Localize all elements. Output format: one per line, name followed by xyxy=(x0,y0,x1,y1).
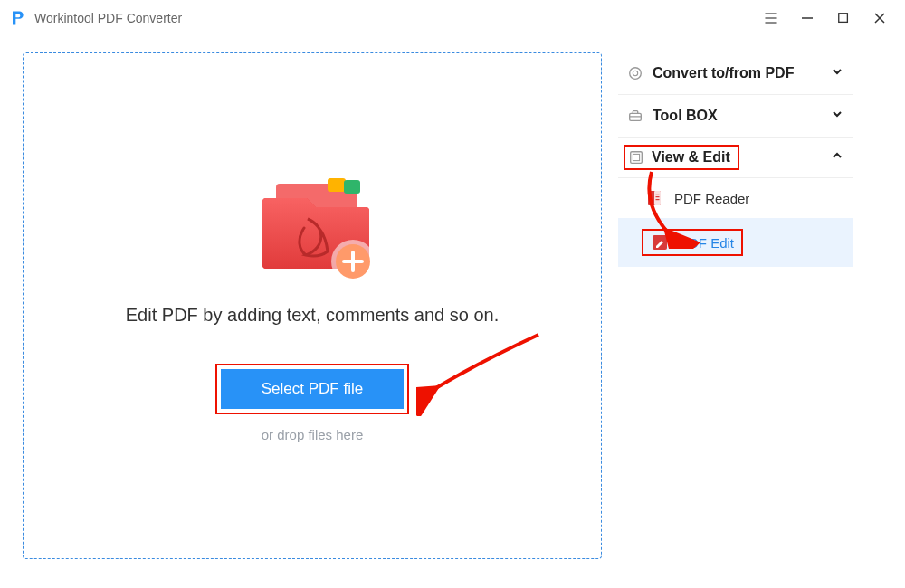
sidebar-item-toolbox[interactable]: Tool BOX xyxy=(618,95,853,138)
sidebar-item-convert[interactable]: Convert to/from PDF xyxy=(618,52,853,95)
sidebar-label-toolbox: Tool BOX xyxy=(653,108,821,124)
pdf-edit-icon xyxy=(651,233,669,251)
svg-rect-12 xyxy=(656,194,660,194)
pdf-reader-icon xyxy=(645,189,663,207)
select-pdf-file-button[interactable]: Select PDF file xyxy=(221,369,404,409)
dropzone[interactable]: Edit PDF by adding text, comments and so… xyxy=(23,52,602,559)
convert-icon xyxy=(627,65,643,81)
sidebar-sublabel-pdf-reader: PDF Reader xyxy=(674,191,749,206)
chevron-down-icon xyxy=(830,107,844,125)
svg-rect-11 xyxy=(654,191,661,205)
svg-rect-14 xyxy=(656,199,660,200)
menu-icon[interactable] xyxy=(764,11,778,25)
svg-rect-8 xyxy=(631,152,643,164)
titlebar: Workintool PDF Converter xyxy=(0,0,905,36)
maximize-icon[interactable] xyxy=(836,11,851,25)
sidebar: Convert to/from PDF Tool BOX View & Edit xyxy=(618,52,872,554)
chevron-down-icon xyxy=(830,64,844,82)
view-edit-icon xyxy=(628,149,644,166)
close-icon[interactable] xyxy=(872,11,887,25)
svg-rect-9 xyxy=(633,154,639,160)
app-logo-icon xyxy=(7,8,27,28)
sidebar-item-viewedit[interactable]: View & Edit xyxy=(618,138,853,178)
annotation-highlight-select-button: Select PDF file xyxy=(215,364,409,414)
svg-rect-13 xyxy=(656,196,660,197)
pdf-folder-icon xyxy=(253,178,371,278)
sidebar-label-viewedit: View & Edit xyxy=(652,149,730,166)
sidebar-subitem-pdf-reader[interactable]: PDF Reader xyxy=(618,178,853,218)
app-title: Workintool PDF Converter xyxy=(34,11,182,25)
svg-rect-3 xyxy=(344,180,360,194)
annotation-highlight-pdf-edit: PDF Edit xyxy=(642,229,743,256)
sidebar-sublabel-pdf-edit: PDF Edit xyxy=(680,235,734,251)
svg-rect-2 xyxy=(328,178,346,192)
toolbox-icon xyxy=(627,108,643,124)
svg-rect-0 xyxy=(839,14,848,23)
dropzone-title: Edit PDF by adding text, comments and so… xyxy=(126,305,499,326)
annotation-highlight-viewedit: View & Edit xyxy=(624,145,739,170)
dropzone-hint: or drop files here xyxy=(262,427,364,442)
svg-point-6 xyxy=(630,68,642,80)
sidebar-sublist-viewedit: PDF Reader PDF Edit xyxy=(618,178,853,267)
sidebar-label-convert: Convert to/from PDF xyxy=(653,65,821,81)
sidebar-subitem-pdf-edit[interactable]: PDF Edit xyxy=(618,218,853,267)
minimize-icon[interactable] xyxy=(800,11,814,25)
chevron-up-icon xyxy=(830,148,844,166)
